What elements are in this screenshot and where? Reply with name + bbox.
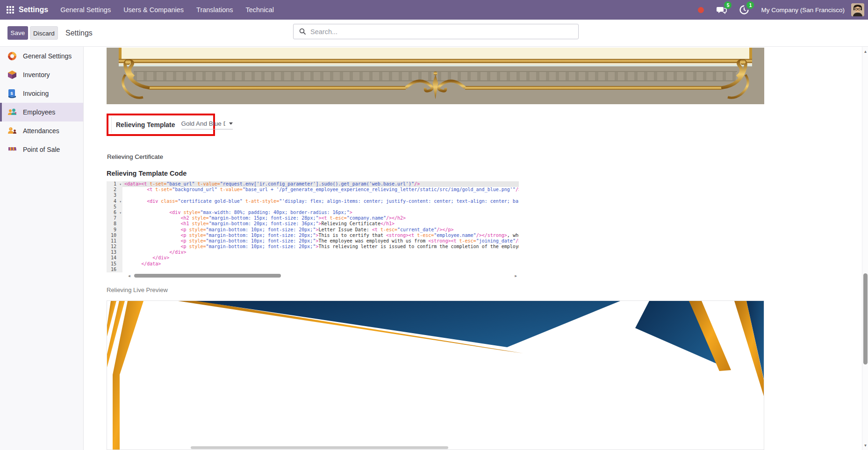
gutter-line-number: 7 [107, 215, 122, 221]
user-avatar[interactable] [851, 3, 864, 16]
code-line[interactable] [122, 204, 519, 210]
page-vertical-scrollbar[interactable]: ▲ ▼ [862, 47, 868, 450]
top-navbar: Settings General Settings Users & Compan… [0, 0, 868, 20]
code-line[interactable]: <h2 style="margin-bottom: 15px; font-siz… [122, 215, 519, 221]
hscroll-left-arrow[interactable]: ◀ [128, 274, 130, 278]
menu-technical[interactable]: Technical [246, 6, 274, 14]
code-line[interactable] [122, 267, 519, 272]
relieving-live-preview [107, 300, 764, 450]
gutter-line-number: 16 [107, 267, 122, 272]
gutter-line-number: 9 [107, 227, 122, 233]
gold-blue-certificate-design [107, 301, 764, 450]
gold-ornament-border [107, 47, 764, 104]
menu-translations[interactable]: Translations [196, 6, 233, 14]
hscroll-thumb[interactable] [134, 274, 281, 278]
code-line[interactable] [122, 193, 519, 198]
gutter-line-number: 1▾ [107, 181, 122, 187]
gutter-line-number: 12 [107, 244, 122, 250]
sidebar-item-general-settings[interactable]: General Settings [0, 47, 83, 65]
gutter-line-number: 11 [107, 238, 122, 244]
breadcrumb: Settings [65, 29, 93, 37]
code-editor[interactable]: 1▾234▾56▾78910111213141516 <data><t t-se… [107, 181, 519, 279]
hscroll-right-arrow[interactable]: ▶ [515, 274, 517, 278]
invoicing-app-icon: $ [7, 88, 17, 99]
sidebar-item-attendances[interactable]: Attendances [0, 121, 83, 140]
gutter-line-number: 8 [107, 221, 122, 227]
general-settings-app-icon [7, 51, 17, 61]
attendances-app-icon [7, 126, 17, 136]
save-button[interactable]: Save [7, 26, 28, 40]
inventory-app-icon [7, 70, 17, 80]
annotation-red-box: Relieving Template Gold And Blue De [107, 114, 215, 136]
relieving-template-select[interactable]: Gold And Blue De [181, 120, 233, 129]
sidebar-item-label: General Settings [23, 52, 72, 60]
code-line[interactable]: </data> [122, 261, 519, 267]
menu-users-companies[interactable]: Users & Companies [123, 6, 184, 14]
code-editor-gutter: 1▾234▾56▾78910111213141516 [107, 181, 122, 272]
code-line[interactable]: <h1 style="margin-bottom: 20px; font-siz… [122, 221, 519, 227]
search-icon [299, 28, 306, 35]
search-box[interactable] [293, 24, 579, 39]
gutter-line-number: 10 [107, 233, 122, 238]
employees-app-icon [7, 107, 17, 117]
code-line[interactable]: <p style="margin-bottom: 10px; font-size… [122, 244, 519, 250]
code-editor-content[interactable]: <data><t t-set="base_url" t-value="reque… [122, 181, 519, 272]
notification-dot [698, 7, 704, 13]
sidebar-item-label: Employees [23, 108, 55, 116]
caret-down-icon [229, 122, 233, 125]
settings-content: Relieving Template Gold And Blue De Reli… [84, 47, 862, 450]
control-panel: Save Discard Settings [0, 20, 868, 47]
code-line[interactable]: <div style="max-width: 80%; padding: 40p… [122, 210, 519, 215]
scroll-down-arrow[interactable]: ▼ [863, 443, 868, 448]
sidebar-item-inventory[interactable]: Inventory [0, 65, 83, 84]
gutter-line-number: 3 [107, 193, 122, 198]
point-of-sale-app-icon [7, 144, 17, 155]
gutter-line-number: 2 [107, 187, 122, 193]
search-input[interactable] [310, 28, 578, 36]
certificate-template-image [107, 47, 764, 104]
sidebar-item-label: Invoicing [23, 90, 49, 97]
company-switcher[interactable]: My Company (San Francisco) [761, 7, 845, 14]
discard-button[interactable]: Discard [30, 26, 58, 40]
sidebar-item-label: Inventory [23, 71, 50, 79]
vscroll-thumb[interactable] [863, 273, 868, 364]
gutter-line-number: 14 [107, 255, 122, 261]
gutter-line-number: 13 [107, 250, 122, 255]
code-editor-hscrollbar[interactable]: ◀ ▶ [107, 272, 519, 279]
preview-hscrollbar-thumb[interactable] [191, 446, 448, 449]
svg-text:$: $ [11, 91, 13, 96]
relieving-certificate-label: Relieving Certificate [107, 153, 163, 160]
code-line[interactable]: <data><t t-set="base_url" t-value="reque… [122, 181, 519, 187]
app-title[interactable]: Settings [19, 6, 48, 14]
code-line[interactable]: <p style="margin-bottom: 10px; font-size… [122, 233, 519, 238]
sidebar-item-label: Attendances [23, 127, 59, 135]
settings-sidebar: General Settings Inventory $ Invoicing E… [0, 47, 84, 450]
sidebar-item-invoicing[interactable]: $ Invoicing [0, 84, 83, 103]
relieving-live-preview-label: Relieving Live Preview [107, 286, 168, 293]
relieving-template-label: Relieving Template [116, 121, 175, 129]
gutter-line-number: 6▾ [107, 210, 122, 215]
apps-grid-icon[interactable] [7, 6, 14, 14]
code-line[interactable]: <p style="margin-bottom: 10px; font-size… [122, 238, 519, 244]
code-line[interactable]: <div class="certificate gold-blue" t-att… [122, 199, 519, 204]
activities-button[interactable]: 1 [739, 4, 750, 15]
sidebar-item-employees[interactable]: Employees [0, 103, 83, 121]
sidebar-item-label: Point of Sale [23, 146, 60, 153]
code-line[interactable]: <p style="margin-bottom: 10px; font-size… [122, 227, 519, 233]
menu-general-settings[interactable]: General Settings [60, 6, 111, 14]
code-line[interactable]: </div> [122, 255, 519, 261]
relieving-template-value: Gold And Blue De [181, 120, 225, 127]
code-line[interactable]: </div> [122, 250, 519, 255]
code-line[interactable]: <t t-set="background_url" t-value="base_… [122, 187, 519, 193]
messages-button[interactable]: 5 [716, 4, 727, 15]
relieving-template-code-label: Relieving Template Code [107, 170, 187, 177]
gutter-line-number: 5 [107, 204, 122, 210]
activities-badge: 1 [746, 1, 754, 9]
gutter-line-number: 4▾ [107, 199, 122, 204]
messages-badge: 5 [724, 1, 732, 9]
sidebar-item-point-of-sale[interactable]: Point of Sale [0, 140, 83, 159]
gutter-line-number: 15 [107, 261, 122, 267]
scroll-up-arrow[interactable]: ▲ [863, 50, 868, 54]
